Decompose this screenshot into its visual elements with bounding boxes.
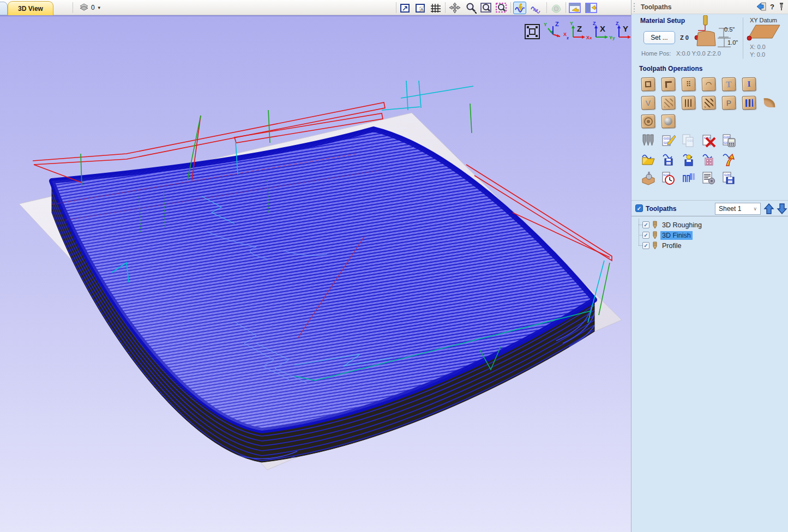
top-tabbar: 3D View 0 ▼ A — [0, 0, 631, 15]
profile-toolpath-icon[interactable] — [641, 77, 655, 92]
tool-bit-icon — [652, 221, 658, 229]
home-pos-value: X:0.0 Y:0.0 Z:2.0 — [676, 50, 721, 57]
toggle-toolpath-visibility-icon[interactable] — [513, 2, 526, 14]
toolbar-separator — [566, 2, 566, 13]
toolpath-drawing-icon[interactable] — [682, 171, 696, 185]
zoom-to-selection-icon[interactable]: A — [414, 2, 427, 14]
toolbar-separator — [510, 2, 511, 13]
toolbar-separator — [445, 2, 446, 13]
estimate-machining-time-icon[interactable]: G10 — [661, 171, 676, 185]
3d-scene[interactable] — [0, 16, 631, 532]
recalculate-toolpaths-icon[interactable]: G00G01 — [722, 134, 736, 148]
panel-drag-grip[interactable] — [633, 2, 635, 12]
isometric-view-button[interactable] — [524, 23, 540, 40]
save-toolpath-template-icon[interactable]: G00 — [722, 171, 736, 185]
3d-texture-icon[interactable] — [661, 96, 676, 110]
fluting-icon[interactable] — [682, 96, 696, 110]
profile-3d-icon[interactable] — [762, 96, 777, 110]
3d-viewport[interactable]: Y Z X Y Z X z Z X — [0, 15, 631, 532]
pocket-toolpath-icon[interactable] — [661, 77, 676, 92]
preview-toolpaths-icon[interactable] — [641, 171, 655, 185]
xy-datum-x: X: 0.0 — [750, 44, 766, 50]
save-visible-toolpaths-icon[interactable] — [682, 153, 696, 167]
moulding-toolpath-icon[interactable] — [742, 96, 756, 110]
zoom-box-icon[interactable] — [479, 2, 492, 14]
top-view-button[interactable]: Y Z X z — [569, 23, 588, 40]
front-view-button[interactable]: Z Y X y — [615, 23, 631, 40]
v-carve-icon[interactable]: V — [641, 96, 655, 110]
toolpath-item-3d-finish[interactable]: ✓ 3D Finish — [642, 230, 693, 240]
toolpath-item-profile[interactable]: ✓ Profile — [642, 240, 683, 251]
panel-header: Toolpaths ? — [631, 0, 788, 14]
axis-label: X — [600, 24, 605, 33]
toolbar-separator — [396, 2, 396, 13]
axis-label: Y — [570, 21, 573, 26]
axis-label: Z — [577, 24, 582, 33]
edit-toolpath-icon[interactable]: G01G01 — [661, 134, 676, 148]
check-icon: ✓ — [643, 243, 648, 249]
chevron-down-icon: ▼ — [97, 5, 101, 10]
layers-dropdown[interactable]: 0 ▼ — [77, 2, 104, 14]
toolpath-draw-mode-icon[interactable] — [529, 2, 542, 14]
side-view-button[interactable]: Z X Y x — [592, 23, 611, 40]
svg-text:G01: G01 — [687, 139, 694, 142]
load-toolpaths-icon[interactable] — [641, 153, 655, 167]
sheet-view-a-icon[interactable] — [568, 2, 581, 14]
toolpaths-master-checkbox[interactable]: ✓ — [635, 204, 643, 212]
pan-view-icon[interactable] — [448, 2, 461, 14]
duplicate-toolpath-icon[interactable]: G01 — [682, 134, 696, 148]
delete-toolpath-icon[interactable]: G10 — [702, 134, 716, 148]
save-toolpath-icon[interactable] — [661, 153, 676, 167]
axis-label: x — [590, 35, 592, 40]
texture-toolpath-icon[interactable] — [702, 96, 716, 110]
inlay-toolpath-icon[interactable]: I — [742, 77, 756, 92]
toolpaths-list-title: Toolpaths — [646, 205, 676, 213]
svg-text:G01: G01 — [664, 137, 670, 140]
move-toolpath-down-button[interactable] — [775, 202, 788, 215]
toggle-grid-icon[interactable] — [429, 2, 442, 14]
pin-icon[interactable] — [778, 2, 785, 11]
zoom-to-fit-icon[interactable] — [399, 2, 412, 14]
tab-2d-view-partial[interactable] — [0, 2, 8, 15]
help-icon[interactable]: ? — [770, 3, 774, 11]
tool-database-icon[interactable] — [641, 134, 655, 148]
toolpath-checkbox[interactable]: ✓ — [642, 232, 649, 239]
gap-dimension: 0.5" — [724, 26, 735, 33]
drilling-toolpath-icon[interactable]: ⠿ — [682, 77, 696, 92]
sheet-view-b-icon[interactable] — [585, 2, 598, 14]
axis-label: y — [612, 35, 615, 40]
zoom-icon[interactable] — [464, 2, 477, 14]
toolpaths-panel: Toolpaths ? Material Setup — [631, 0, 788, 532]
tree-guide — [639, 225, 642, 225]
tab-3d-view[interactable]: 3D View — [8, 1, 53, 15]
material-set-button[interactable]: Set ... — [643, 31, 675, 44]
toolpath-item-label: Profile — [660, 241, 683, 250]
toolpath-checkbox[interactable]: ✓ — [642, 242, 649, 249]
prism-carve-icon[interactable]: P — [722, 96, 736, 110]
nest-toolpaths-icon[interactable] — [722, 153, 736, 167]
solid-preview-icon[interactable] — [550, 2, 563, 14]
tree-guide — [639, 245, 642, 246]
iso-axis-widget[interactable]: Y Z X — [544, 23, 566, 40]
3d-finishing-icon[interactable] — [661, 114, 676, 129]
texture-text-icon[interactable]: T — [722, 77, 736, 92]
xy-datum-y: Y: 0.0 — [750, 51, 765, 58]
tree-guide — [639, 235, 642, 235]
move-toolpath-up-button[interactable] — [762, 202, 775, 215]
dock-panel-icon[interactable] — [756, 2, 766, 11]
check-icon: ✓ — [637, 205, 641, 211]
svg-text:G00: G00 — [724, 173, 731, 177]
3d-roughing-icon[interactable] — [641, 114, 655, 129]
toolpath-checkbox[interactable]: ✓ — [642, 221, 649, 228]
layers-value: 0 — [91, 4, 95, 11]
toolbar-separator — [73, 2, 73, 13]
quick-engrave-icon[interactable]: ◠ — [702, 77, 716, 92]
toolpath-summary-icon[interactable] — [702, 171, 716, 185]
merge-toolpaths-icon[interactable] — [702, 153, 716, 167]
axis-label: Z — [616, 21, 619, 26]
zoom-selected-icon[interactable] — [495, 2, 508, 14]
tool-bit-icon — [652, 241, 658, 250]
sheet-selector[interactable]: Sheet 1 ∨ — [715, 203, 761, 215]
check-icon: ✓ — [643, 232, 648, 238]
toolpath-item-3d-roughing[interactable]: ✓ 3D Roughing — [642, 220, 703, 230]
